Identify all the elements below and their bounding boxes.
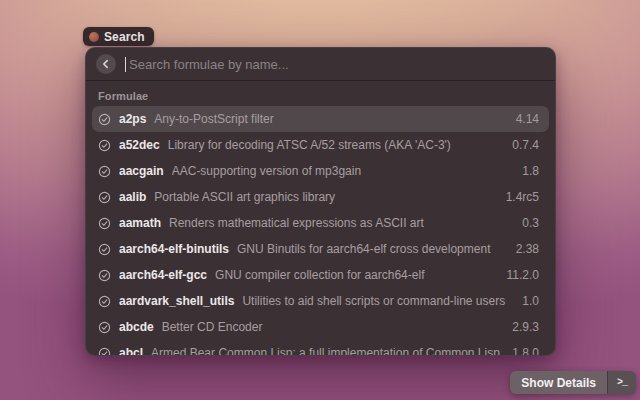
formula-row[interactable]: aardvark_shell_utils Utilities to aid sh… bbox=[92, 288, 549, 314]
script-icon bbox=[89, 32, 99, 42]
results-list: a2ps Any-to-PostScript filter 4.14 a52de… bbox=[86, 106, 555, 355]
badge-label: Search bbox=[104, 30, 145, 44]
formula-description: GNU compiler collection for aarch64-elf bbox=[215, 268, 498, 282]
formula-description: Library for decoding ATSC A/52 streams (… bbox=[168, 138, 505, 152]
formula-version: 2.9.3 bbox=[512, 320, 543, 334]
formula-name: aalib bbox=[119, 190, 146, 204]
text-caret bbox=[125, 57, 126, 72]
formula-description: Renders mathematical expressions as ASCI… bbox=[169, 216, 514, 230]
formula-version: 1.0 bbox=[522, 294, 543, 308]
formula-version: 1.8.0 bbox=[512, 346, 543, 355]
back-button[interactable] bbox=[96, 54, 116, 74]
formula-row[interactable]: a52dec Library for decoding ATSC A/52 st… bbox=[92, 132, 549, 158]
formula-description: AAC-supporting version of mp3gain bbox=[172, 164, 515, 178]
formula-row[interactable]: abcde Better CD Encoder 2.9.3 bbox=[92, 314, 549, 340]
terminal-prompt-icon: >_ bbox=[607, 371, 636, 394]
formula-version: 11.2.0 bbox=[507, 268, 543, 282]
search-bar: Search formulae by name... bbox=[86, 48, 555, 81]
formula-name: aamath bbox=[119, 216, 161, 230]
formula-description: Better CD Encoder bbox=[162, 320, 505, 334]
formula-row[interactable]: abcl Armed Bear Common Lisp: a full impl… bbox=[92, 340, 549, 355]
formula-name: aacgain bbox=[119, 164, 164, 178]
check-circle-icon bbox=[98, 347, 111, 356]
formula-row[interactable]: aarch64-elf-gcc GNU compiler collection … bbox=[92, 262, 549, 288]
check-circle-icon bbox=[98, 295, 111, 308]
check-circle-icon bbox=[98, 139, 111, 152]
formula-name: aarch64-elf-binutils bbox=[119, 242, 229, 256]
formula-version: 2.38 bbox=[516, 242, 543, 256]
formula-version: 0.3 bbox=[522, 216, 543, 230]
formula-description: Any-to-PostScript filter bbox=[154, 112, 507, 126]
search-window: Search formulae by name... Formulae a2ps… bbox=[85, 47, 556, 356]
formula-row[interactable]: a2ps Any-to-PostScript filter 4.14 bbox=[92, 106, 549, 132]
check-circle-icon bbox=[98, 113, 111, 126]
formula-description: Utilities to aid shell scripts or comman… bbox=[242, 294, 514, 308]
formula-name: aardvark_shell_utils bbox=[119, 294, 234, 308]
formula-name: a2ps bbox=[119, 112, 146, 126]
formula-version: 1.8 bbox=[522, 164, 543, 178]
section-header-formulae: Formulae bbox=[86, 81, 555, 106]
check-circle-icon bbox=[98, 321, 111, 334]
chevron-left-icon bbox=[100, 58, 112, 70]
formula-name: aarch64-elf-gcc bbox=[119, 268, 207, 282]
formula-name: abcl bbox=[119, 346, 143, 355]
check-circle-icon bbox=[98, 165, 111, 178]
check-circle-icon bbox=[98, 191, 111, 204]
formula-description: Portable ASCII art graphics library bbox=[154, 190, 497, 204]
formula-name: abcde bbox=[119, 320, 154, 334]
formula-version: 4.14 bbox=[516, 112, 543, 126]
show-details-label: Show Details bbox=[510, 371, 607, 394]
formula-description: Armed Bear Common Lisp: a full implement… bbox=[151, 346, 504, 355]
formula-version: 0.7.4 bbox=[512, 138, 543, 152]
check-circle-icon bbox=[98, 269, 111, 282]
formula-row[interactable]: aacgain AAC-supporting version of mp3gai… bbox=[92, 158, 549, 184]
formula-name: a52dec bbox=[119, 138, 160, 152]
formula-row[interactable]: aalib Portable ASCII art graphics librar… bbox=[92, 184, 549, 210]
desktop-background: { "badge": { "label": "Search" }, "searc… bbox=[0, 0, 640, 400]
formula-row[interactable]: aamath Renders mathematical expressions … bbox=[92, 210, 549, 236]
search-input[interactable]: Search formulae by name... bbox=[125, 57, 545, 72]
formula-row[interactable]: aarch64-elf-binutils GNU Binutils for aa… bbox=[92, 236, 549, 262]
formula-version: 1.4rc5 bbox=[506, 190, 543, 204]
check-circle-icon bbox=[98, 243, 111, 256]
search-window-badge: Search bbox=[83, 27, 154, 46]
show-details-button[interactable]: Show Details >_ bbox=[510, 371, 636, 394]
check-circle-icon bbox=[98, 217, 111, 230]
formula-description: GNU Binutils for aarch64-elf cross devel… bbox=[237, 242, 508, 256]
search-placeholder: Search formulae by name... bbox=[129, 57, 289, 72]
